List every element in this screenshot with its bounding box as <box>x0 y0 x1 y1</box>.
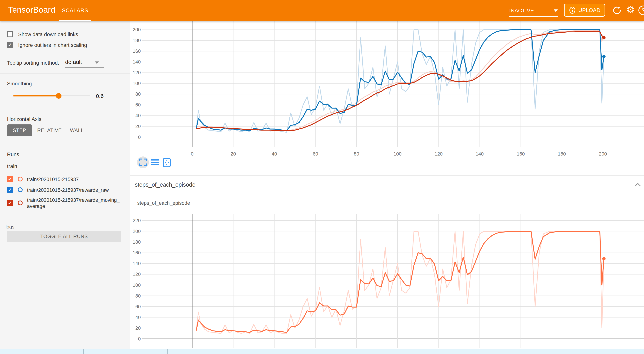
run-label-2: train/20201015-215937/rewards_moving_ave… <box>27 197 122 210</box>
tab-active-underline <box>59 20 91 21</box>
experiment-status-label: INACTIVE <box>509 8 554 14</box>
y-tick-label: 160 <box>133 48 141 54</box>
y-tick-label: 40 <box>135 113 141 118</box>
run-radio-2[interactable] <box>18 200 22 205</box>
horizontal-scrollbar[interactable] <box>0 349 644 354</box>
divider <box>0 144 130 145</box>
help-icon[interactable]: ? <box>638 6 644 15</box>
y-tick-label: 80 <box>135 91 141 97</box>
x-tick-label: 0 <box>191 151 194 157</box>
tooltip-sorting-underline <box>65 68 104 68</box>
series-line <box>196 30 604 132</box>
x-tick-label: 60 <box>313 151 318 157</box>
divider <box>130 193 644 193</box>
info-icon <box>569 6 576 14</box>
chevron-down-icon <box>554 10 558 12</box>
axis-button-step[interactable]: STEP <box>7 124 32 136</box>
runs-label: Runs <box>7 152 19 157</box>
runs-filter-underline <box>7 172 121 172</box>
run-radio-1[interactable] <box>18 187 22 192</box>
smoothing-slider-thumb[interactable] <box>56 93 62 99</box>
x-tick-label: 20 <box>230 151 236 157</box>
chart-toolbar <box>136 156 177 169</box>
y-tick-label: 80 <box>135 293 141 299</box>
y-tick-label: 220 <box>133 218 141 223</box>
y-tick-label: 140 <box>133 59 141 64</box>
run-checkbox-2[interactable] <box>7 200 13 206</box>
series-group <box>196 231 604 334</box>
toggle-all-runs-button[interactable]: TOGGLE ALL RUNS <box>7 231 121 242</box>
run-checkbox-0[interactable] <box>7 176 13 182</box>
tooltip-sorting-label: Tooltip sorting method: <box>7 60 59 66</box>
settings-sidebar: Show data download links Ignore outliers… <box>0 21 130 349</box>
y-tick-label: 200 <box>133 228 141 234</box>
y-tick-label: 100 <box>133 282 141 288</box>
fit-domain-icon[interactable] <box>162 158 171 168</box>
smoothing-value-underline <box>96 102 118 102</box>
smoothing-slider-active-track[interactable] <box>13 95 59 96</box>
divider <box>130 175 644 176</box>
refresh-icon[interactable] <box>612 6 622 15</box>
run-checkbox-1[interactable] <box>7 187 13 193</box>
axis-button-relative[interactable]: RELATIVE <box>36 124 62 136</box>
x-tick-label: 40 <box>272 151 277 157</box>
smoothing-slider-track[interactable] <box>59 96 90 96</box>
axis-button-wall[interactable]: WALL <box>67 124 87 136</box>
rewards-chart[interactable]: 0204060801001201401601802000204060801001… <box>130 21 644 175</box>
run-label-0: train/20201015-215937 <box>27 176 79 182</box>
section-title[interactable]: steps_of_each_episode <box>135 182 195 188</box>
show-download-links-checkbox[interactable] <box>7 31 13 37</box>
upload-label: UPLOAD <box>578 7 600 13</box>
divider <box>0 73 130 74</box>
tooltip-sorting-select[interactable]: default <box>65 59 82 65</box>
y-tick-label: 180 <box>133 38 141 43</box>
y-tick-label: 0 <box>138 134 141 140</box>
smoothing-value-input[interactable]: 0.6 <box>96 93 104 99</box>
smoothing-label: Smoothing <box>7 81 32 87</box>
app-header: TensorBoard SCALARS INACTIVE UPLOAD ⚙ ? <box>0 0 644 21</box>
x-tick-label: 180 <box>558 151 566 157</box>
data-series-list-icon[interactable] <box>151 158 159 166</box>
runs-filter-input[interactable]: train <box>7 163 17 169</box>
divider <box>0 109 130 109</box>
ignore-outliers-label: Ignore outliers in chart scaling <box>18 42 87 48</box>
x-tick-label: 140 <box>476 151 484 157</box>
series-end-dot <box>602 36 606 40</box>
y-tick-label: 120 <box>133 70 141 75</box>
expand-card-icon[interactable] <box>139 158 147 166</box>
chart-card-title: steps_of_each_episode <box>137 200 190 206</box>
y-tick-label: 20 <box>135 124 141 129</box>
ignore-outliers-checkbox[interactable] <box>7 42 13 48</box>
y-tick-label: 40 <box>135 314 141 320</box>
x-tick-label: 200 <box>599 151 607 157</box>
x-tick-label: 80 <box>354 151 359 157</box>
app-title: TensorBoard <box>8 5 55 14</box>
series-line <box>196 231 604 334</box>
gear-icon[interactable]: ⚙ <box>626 5 636 14</box>
steps-chart[interactable]: 020406080100120140160180200220 <box>130 196 644 349</box>
tab-scalars[interactable]: SCALARS <box>59 0 91 21</box>
y-tick-label: 140 <box>133 261 141 266</box>
series-group <box>196 30 604 132</box>
x-tick-label: 100 <box>394 151 402 157</box>
y-tick-label: 100 <box>133 80 141 86</box>
chevron-down-icon <box>95 62 99 64</box>
y-tick-label: 120 <box>133 272 141 277</box>
horizontal-axis-label: Horizontal Axis <box>7 116 41 122</box>
show-download-links-label: Show data download links <box>18 32 78 38</box>
scrollbar-thumb[interactable] <box>83 349 168 354</box>
series-end-dot <box>602 55 606 58</box>
upload-button[interactable]: UPLOAD <box>564 4 605 17</box>
y-tick-label: 20 <box>135 325 141 331</box>
experiment-status-dropdown[interactable]: INACTIVE <box>509 5 558 17</box>
y-tick-label: 160 <box>133 250 141 256</box>
y-tick-label: 200 <box>133 27 141 32</box>
x-tick-label: 120 <box>434 151 442 157</box>
run-label-1: train/20201015-215937/rewards_raw <box>27 187 109 193</box>
y-tick-label: 60 <box>135 102 141 108</box>
help-glyph: ? <box>642 7 644 14</box>
y-tick-label: 180 <box>133 239 141 245</box>
collapse-section-icon[interactable] <box>635 183 641 186</box>
run-radio-0[interactable] <box>18 177 22 182</box>
y-tick-label: 60 <box>135 304 141 310</box>
